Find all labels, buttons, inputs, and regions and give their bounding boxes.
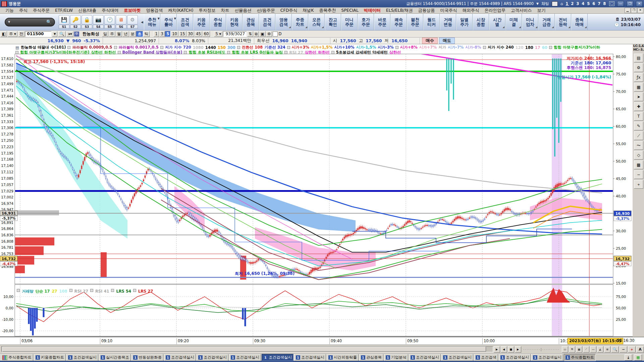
menu-보기[interactable]: 보기	[535, 8, 548, 13]
market-select[interactable]: 주 ▾	[8, 31, 17, 37]
taskbar-window-관심종목[interactable]: 1관심종목	[359, 354, 383, 361]
snapshot-label-s1[interactable]: S1	[59, 25, 69, 29]
taskbar-window-조건검색실시[interactable]: 1조건검색실시	[262, 354, 293, 361]
snapshot-label-s2[interactable]: S2	[70, 25, 81, 29]
menu-차트[interactable]: 차트	[218, 8, 232, 13]
toolbar-영웅검색[interactable]: 영웅 검색◢	[275, 14, 292, 30]
symbol-code-input[interactable]: 011500	[25, 31, 51, 37]
menu-온라인업무[interactable]: 온라인업무	[482, 8, 508, 13]
taskbar-window-조건검색실시[interactable]: 1조건검색실시	[294, 354, 326, 361]
toolbar-거래급증[interactable]: 거래 급증◢	[538, 14, 555, 30]
toolbar-미체결[interactable]: 미체 결◢	[505, 14, 522, 30]
taskbar-window-키움종합차트[interactable]: 1키움종합차트	[34, 354, 66, 361]
snapshot-icon-s3[interactable]: 🔒	[82, 15, 92, 24]
snapshot-label-s3[interactable]: S3	[82, 25, 92, 29]
snapshot-label-s7[interactable]: S7	[127, 25, 138, 29]
bar-width-slider[interactable]: ··········|··········	[523, 348, 559, 351]
chat-button[interactable]: 채팅	[541, 1, 549, 6]
chart-bottom-tool-6[interactable]: ⊞	[604, 346, 610, 353]
scrollbar-thumb[interactable]	[2, 347, 486, 352]
menu-CFD주식[interactable]: CFD주식	[278, 8, 300, 13]
toolbar-추천메뉴[interactable]: 추천 메뉴▼	[144, 14, 160, 30]
legend-toggle-icon[interactable]	[227, 51, 230, 54]
chart-tool-icon-3[interactable]: ⚙	[266, 31, 272, 37]
toolbar-미니업차[interactable]: 미니 업차◢	[522, 14, 538, 30]
snapshot-label-s5[interactable]: S5	[104, 25, 115, 29]
toolbar-쾌속주문[interactable]: 쾌속 주문	[390, 14, 407, 30]
toolbar-호가주문[interactable]: 호가 주문	[358, 14, 374, 30]
legend-toggle-icon[interactable]	[69, 289, 72, 292]
interval-5[interactable]: 5	[165, 31, 170, 37]
toolbar-오픈스탁[interactable]: 오픈 스탁◢	[308, 14, 325, 30]
mdi-restore-icon[interactable]: ❐	[631, 8, 637, 13]
taskbar-window-조건검색실시[interactable]: 1조건검색실시	[197, 354, 228, 361]
menu-ETF/ELW[interactable]: ETF/ELW	[52, 8, 75, 13]
snapshot-label-s6[interactable]: S6	[116, 25, 126, 29]
menu-미국주식[interactable]: 미국주식	[438, 8, 460, 13]
home-icon[interactable]: ⌂	[560, 1, 563, 6]
toolbar-조건검색[interactable]: 조건 검색	[259, 14, 275, 30]
taskbar-window-조건검색실시[interactable]: 1조건검색실시	[409, 354, 441, 361]
sound-icon[interactable]: 🕩▾	[66, 31, 73, 37]
legend-toggle-icon[interactable]	[160, 46, 163, 49]
replay-nav-button-2[interactable]: ■	[508, 346, 514, 353]
toolbar-키움현재[interactable]: 키움 현재	[226, 14, 243, 30]
taskbar-window-조건검색실시[interactable]: 1조건검색실시	[66, 354, 98, 361]
legend-toggle-icon[interactable]	[549, 46, 552, 49]
interval-3[interactable]: 3	[159, 31, 165, 37]
toolbar-시간별[interactable]: 시간 별◢	[489, 14, 505, 30]
toolbar-키움주문[interactable]: 키움 주문	[193, 14, 210, 30]
quick-search-input[interactable]: ▼ 🔍	[5, 18, 55, 26]
legend-toggle-icon[interactable]	[90, 289, 93, 292]
chart-bottom-tool-3[interactable]: ⟋	[583, 346, 589, 353]
auto-scale-button[interactable]: A	[636, 346, 644, 353]
toolbar-일별주가[interactable]: 일별 주가	[456, 14, 473, 30]
legend-toggle-icon[interactable]	[284, 51, 287, 54]
time-axis[interactable]: 03/0609:1009:2009:3009:4009:5010:0010:10…	[0, 337, 644, 345]
prev-symbol-button[interactable]: 전	[18, 31, 25, 37]
taskbar-window-조건검색[interactable]: 1조건검색	[474, 354, 498, 361]
legend-toggle-icon[interactable]	[17, 289, 20, 292]
snapshot-icon-s1[interactable]: 💾	[59, 15, 69, 24]
mdi-minimize-icon[interactable]: ▁	[625, 8, 631, 13]
drawtool-icon-7[interactable]: ✎	[634, 122, 643, 130]
taskbar-window-조건검색실시[interactable]: 1조건검색실시	[531, 354, 563, 361]
taskbar-window-주식종합차트[interactable]: 1주식종합차트	[564, 354, 596, 361]
toolbar-종목매매[interactable]: 종목 매매◢	[571, 14, 588, 30]
toolbar-전비등락[interactable]: 전비 등락◢	[555, 14, 571, 30]
taskbar-window-변동성완화종[interactable]: 1변동성완화종	[131, 354, 163, 361]
minimize-button[interactable]: —	[617, 1, 624, 7]
buy-button[interactable]: 매수	[422, 38, 438, 44]
replay-nav-button-0[interactable]: ▶	[494, 346, 500, 353]
main-chart[interactable]: ▤한농화성 매물대 수(101)파라볼릭 0.0009,0.5파라볼릭 0.00…	[0, 44, 633, 346]
chart-bottom-tool-1[interactable]: ⧉	[569, 346, 575, 353]
legend-toggle-icon[interactable]	[237, 46, 240, 49]
snapshot-icon-s6[interactable]: 🖥	[116, 15, 126, 24]
period-틱[interactable]: 틱	[143, 31, 150, 37]
toolbar-조건검색[interactable]: 조건 검색	[177, 14, 193, 30]
taskbar-window-기업분석[interactable]: 1기업분석	[384, 354, 408, 361]
taskbar-window-조건검색실시[interactable]: 1조건검색실시	[229, 354, 261, 361]
toolbar-월드티커[interactable]: 월드 티커	[423, 14, 440, 30]
legend-toggle-icon[interactable]	[331, 51, 334, 54]
menu-기능[interactable]: 기능	[3, 8, 16, 13]
screen-switcher[interactable]: 1 2 3 4 5 6 7 8	[566, 1, 606, 6]
drawtool-icon-4[interactable]: ➤	[634, 93, 643, 101]
menu-종목추천[interactable]: 종목추천	[317, 8, 339, 13]
replay-nav-button-1[interactable]: ◀	[501, 346, 507, 353]
chart-info-icon[interactable]: ▤	[15, 45, 19, 50]
menu-금융상품[interactable]: 금융상품	[416, 8, 438, 13]
drawtool-icon-3[interactable]: ▦	[634, 83, 643, 92]
period-년[interactable]: 년	[122, 31, 129, 37]
toolbar-collapse-icon[interactable]: ◀	[141, 20, 143, 24]
zoom-in-button[interactable]: ＋	[628, 346, 636, 353]
menu-해외주식[interactable]: 해외주식	[460, 8, 482, 13]
legend-toggle-icon[interactable]	[67, 46, 70, 49]
menu-주식주문[interactable]: 주식주문	[30, 8, 52, 13]
toolbar-주식종합[interactable]: 주식 종합	[210, 14, 226, 30]
sell-button[interactable]: 매도	[439, 38, 455, 44]
toolbar-관심종목[interactable]: 관심 종목	[243, 14, 259, 30]
taskbar-window-주식종합차트[interactable]: 주식종합차트	[1, 354, 33, 361]
menu-ELS/ELB/채권[interactable]: ELS/ELB/채권	[383, 8, 416, 13]
taskbar-window-조건검색실시[interactable]: 1조건검색실시	[164, 354, 196, 361]
